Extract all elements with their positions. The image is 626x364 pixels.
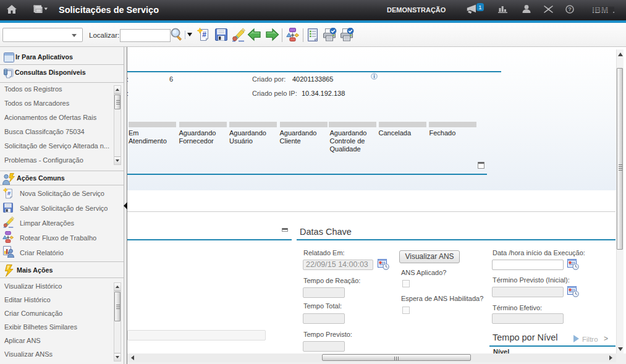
svg-text:#: # xyxy=(7,190,11,197)
svg-text:IBM: IBM xyxy=(592,6,609,15)
svg-text:?: ? xyxy=(568,6,572,12)
svg-text:#: # xyxy=(202,30,206,39)
